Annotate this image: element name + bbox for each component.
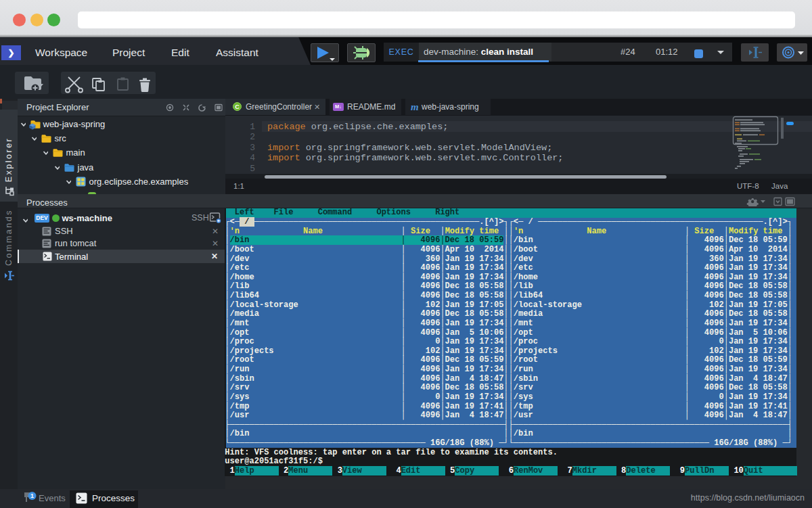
svg-text:1: 1 [30,492,34,499]
